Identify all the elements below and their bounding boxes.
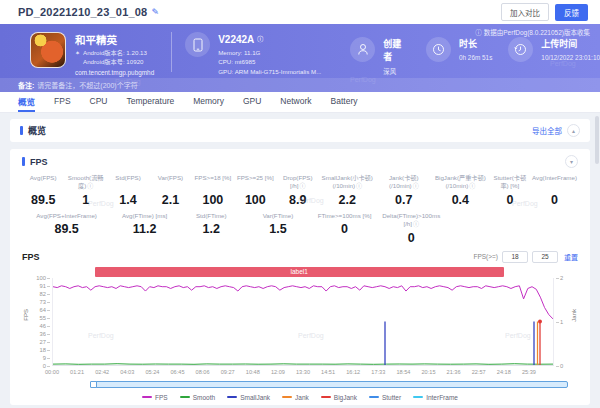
fps-threshold-input-2[interactable] xyxy=(532,251,558,263)
collapse-fps-button[interactable]: ▾ xyxy=(565,155,578,168)
scrollbar-thumb[interactable] xyxy=(595,116,599,164)
tab-Network[interactable]: Network xyxy=(280,92,311,112)
duration-value: 0h 26m 51s xyxy=(459,54,492,61)
fps-metrics-row1: Avg(FPS)89.5Smooth(流畅度)ⓘ1Std(FPS)1.4Var(… xyxy=(22,174,578,207)
fps-row1-metric: FPS>=18 [%]100 xyxy=(192,174,234,207)
info-icon[interactable]: ⓘ xyxy=(257,35,263,44)
remark-bar[interactable]: 备注: 请完善备注，不超过(200)个字符 xyxy=(0,78,600,92)
info-icon[interactable]: ⓘ xyxy=(469,183,475,189)
collapse-overview-button[interactable]: ▴ xyxy=(567,124,580,137)
add-compare-button[interactable]: 加入对比 xyxy=(501,3,549,21)
export-all-link[interactable]: 导出全部 xyxy=(532,125,562,136)
fps-threshold-input-1[interactable] xyxy=(502,251,528,263)
creator-block: 创建者 深风 xyxy=(350,32,410,76)
left-axis-tick: 82 xyxy=(40,291,50,297)
edit-title-icon[interactable]: ✎ xyxy=(151,7,159,17)
reset-threshold-link[interactable]: 重置 xyxy=(564,252,578,262)
legend-label: Smooth xyxy=(193,394,215,401)
overview-panel: 概览 导出全部 ▴ xyxy=(10,119,590,142)
device-memory: Memory: 11.1G xyxy=(218,48,321,57)
fps-chart: FPS 10091827364554636271890 210 Jank xyxy=(22,278,578,366)
legend-marker xyxy=(413,396,423,398)
info-icon[interactable]: ⓘ xyxy=(356,183,362,189)
fps-threshold-label: FPS(>=) xyxy=(473,253,498,260)
fps-row2-metric: Var(FTime)1.5 xyxy=(245,212,312,245)
tab-Temperature[interactable]: Temperature xyxy=(127,92,175,112)
legend-item-Stutter[interactable]: Stutter xyxy=(369,394,401,401)
annotation-row: label1 xyxy=(52,267,554,277)
range-slider-handle[interactable] xyxy=(90,381,97,388)
legend-marker xyxy=(282,396,292,398)
x-axis-tick: 09:27 xyxy=(221,369,235,375)
legend-label: InterFrame xyxy=(426,394,458,401)
annotation-label: label1 xyxy=(291,268,308,275)
x-axis-tick: 05:24 xyxy=(145,369,159,375)
info-icon[interactable]: ⓘ xyxy=(87,183,93,189)
x-axis-tick: 24:18 xyxy=(497,369,511,375)
content: 概览 导出全部 ▴ FPS ▾ Avg(FPS)89.5Smooth(流畅度)ⓘ… xyxy=(0,113,600,405)
annotation-band[interactable]: label1 xyxy=(95,267,504,277)
fps-panel-title: FPS xyxy=(30,157,48,167)
legend-item-InterFrame[interactable]: InterFrame xyxy=(413,394,458,401)
device-cpu: CPU: mt6985 xyxy=(218,57,321,66)
legend-item-Smooth[interactable]: Smooth xyxy=(180,394,215,401)
left-axis-tick: 91 xyxy=(40,283,50,289)
legend-item-SmallJank[interactable]: SmallJank xyxy=(227,394,270,401)
legend-label: FPS xyxy=(155,394,168,401)
fps-row1-metric: FPS>=25 [%]100 xyxy=(234,174,276,207)
legend-item-FPS[interactable]: FPS xyxy=(142,394,168,401)
info-icon[interactable]: ⓘ xyxy=(300,183,306,189)
divider xyxy=(171,32,172,72)
tab-概览[interactable]: 概览 xyxy=(18,92,35,112)
fps-row1-metric-value: 89.5 xyxy=(23,193,63,207)
device-model: V2242A xyxy=(218,32,254,47)
series-Smooth xyxy=(53,363,553,364)
upload-time-label: 上传时间 xyxy=(541,37,600,50)
fps-row2-metric-value: 0 xyxy=(312,222,377,236)
fps-row1-metric-value: 0 xyxy=(490,193,530,207)
fps-row1-metric-value: 0.7 xyxy=(377,193,432,207)
fps-row1-metric-value: 0.4 xyxy=(433,193,488,207)
info-icon[interactable]: ⓘ xyxy=(413,221,419,227)
fps-row2-metric: Delta(FTime)>100ms [/h]ⓘ0 xyxy=(378,212,445,245)
fps-row1-metric-value: 1 xyxy=(65,193,105,207)
left-axis-tick: 64 xyxy=(40,307,50,313)
right-axis: 210 Jank xyxy=(554,278,578,366)
fps-row1-metric: Drop(FPS) [/h]ⓘ8.9 xyxy=(277,174,319,207)
duration-label: 时长 xyxy=(459,37,492,50)
tab-Memory[interactable]: Memory xyxy=(193,92,224,112)
legend-item-Jank[interactable]: Jank xyxy=(282,394,309,401)
report-tabs: 概览FPSCPUTemperatureMemoryGPUNetworkBatte… xyxy=(0,92,600,113)
fps-row1-metric-value: 8.9 xyxy=(278,193,318,207)
fps-row1-metric-value: 0 xyxy=(532,193,577,207)
game-app-icon xyxy=(30,32,66,68)
fps-row1-metric: Smooth(流畅度)ⓘ1 xyxy=(64,174,106,207)
x-axis-tick: 18:54 xyxy=(396,369,410,375)
legend-label: Jank xyxy=(295,394,309,401)
chart-range-slider[interactable] xyxy=(90,381,568,388)
info-icon[interactable]: ⓘ xyxy=(413,183,419,189)
report-title: PD_20221210_23_01_08 xyxy=(18,6,147,18)
x-axis-tick: 12:09 xyxy=(271,369,285,375)
fps-plot-area[interactable] xyxy=(52,278,554,366)
fps-row2-metric: Avg(FTime) [ms]11.2 xyxy=(111,212,178,245)
tab-Battery[interactable]: Battery xyxy=(331,92,358,112)
topbar: PD_20221210_23_01_08 ✎ 加入对比 反馈 xyxy=(0,0,600,24)
fps-row1-metric: Avg(InterFrame)0 xyxy=(531,174,578,207)
x-axis-tick: 13:30 xyxy=(296,369,310,375)
legend-item-BigJank[interactable]: BigJank xyxy=(321,394,357,401)
fps-row1-metric: Stutter(卡顿率) [%]0 xyxy=(489,174,531,207)
x-axis-tick: 04:03 xyxy=(120,369,134,375)
right-axis-title: Jank xyxy=(571,309,577,322)
feedback-button[interactable]: 反馈 xyxy=(555,4,588,21)
fps-row1-metric: SmallJank(小卡顿)(/10min)ⓘ2.2 xyxy=(319,174,376,207)
tab-GPU[interactable]: GPU xyxy=(243,92,261,112)
x-axis-tick: 21:36 xyxy=(447,369,461,375)
creator-value: 深风 xyxy=(383,67,410,76)
tab-FPS[interactable]: FPS xyxy=(54,92,71,112)
android-version-icon: ✶ xyxy=(75,49,80,66)
fps-row1-metric-value: 2.1 xyxy=(150,193,190,207)
session-header: ⓘ 数据由PerfDog(8.0.221052)版本收集 和平精英 ✶ Andr… xyxy=(0,24,600,92)
legend-marker xyxy=(142,396,152,398)
tab-CPU[interactable]: CPU xyxy=(90,92,108,112)
